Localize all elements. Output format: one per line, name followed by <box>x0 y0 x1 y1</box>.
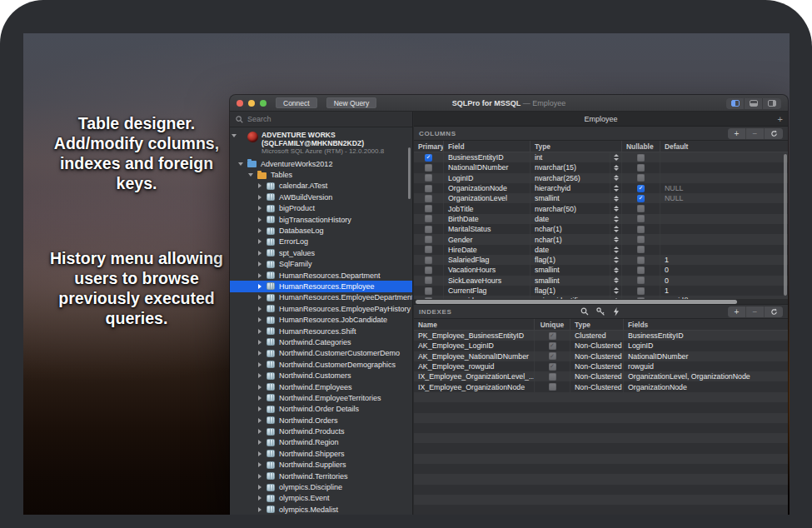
type-stepper[interactable] <box>610 162 622 172</box>
column-default[interactable] <box>660 203 788 213</box>
index-row[interactable]: IX_Employee_OrganizationLevel_...✓Non-Cl… <box>414 371 788 381</box>
unique-checkbox[interactable]: ✓ <box>549 342 556 350</box>
column-default[interactable] <box>660 245 788 255</box>
columns-horizontal-scrollbar[interactable] <box>416 300 737 304</box>
type-stepper[interactable] <box>610 203 622 213</box>
index-row[interactable]: AK_Employee_LoginID✓Non-ClusteredLoginID <box>414 341 788 351</box>
sidebar-item[interactable]: ErrorLog <box>230 237 412 247</box>
sidebar-item[interactable]: Tables <box>230 169 412 180</box>
refresh-columns-button[interactable] <box>765 128 783 139</box>
disclosure-triangle-icon[interactable] <box>258 183 262 188</box>
unique-checkbox[interactable]: ✓ <box>549 383 556 391</box>
primary-checkbox[interactable]: ✓ <box>425 164 432 172</box>
sidebar-scrollbar[interactable] <box>408 147 411 199</box>
sidebar-item[interactable]: HumanResources.Shift <box>230 326 412 336</box>
column-row[interactable]: ✓JobTitlenvarchar(50)✓ <box>414 203 788 213</box>
sidebar-item[interactable]: Northwind.Order Details <box>230 404 412 415</box>
disclosure-triangle-icon[interactable] <box>258 373 262 378</box>
column-row[interactable]: ✓LoginIDnvarchar(256)✓ <box>414 173 788 183</box>
nullable-checkbox[interactable]: ✓ <box>637 236 645 243</box>
nullable-checkbox[interactable]: ✓ <box>637 257 645 264</box>
type-stepper[interactable] <box>610 286 622 296</box>
nullable-checkbox[interactable]: ✓ <box>637 287 645 295</box>
sidebar-item[interactable]: HumanResources.Employee <box>230 281 412 291</box>
nullable-checkbox[interactable]: ✓ <box>637 205 645 212</box>
column-type[interactable]: nvarchar(256) <box>531 173 610 183</box>
type-stepper[interactable] <box>610 255 622 265</box>
primary-checkbox[interactable]: ✓ <box>425 287 432 295</box>
type-stepper[interactable] <box>610 245 622 255</box>
type-stepper[interactable] <box>610 183 622 193</box>
sidebar-item[interactable]: Northwind.Customers <box>230 370 412 381</box>
unique-checkbox[interactable]: ✓ <box>549 363 556 371</box>
column-type[interactable]: smallint <box>531 265 610 275</box>
disclosure-triangle-icon[interactable] <box>258 496 262 501</box>
disclosure-triangle-icon[interactable] <box>258 284 262 289</box>
disclosure-triangle-icon[interactable] <box>238 162 243 166</box>
zoom-button[interactable] <box>260 100 267 107</box>
column-type[interactable]: smallint <box>531 276 610 286</box>
add-column-button[interactable]: + <box>728 128 746 139</box>
disclosure-triangle-icon[interactable] <box>258 217 262 222</box>
type-stepper[interactable] <box>610 276 622 286</box>
sidebar-item[interactable]: Northwind.Categories <box>230 336 412 347</box>
layout-bottom-toggle[interactable] <box>745 98 763 109</box>
primary-checkbox[interactable]: ✓ <box>425 246 432 253</box>
column-row[interactable]: ✓MaritalStatusnchar(1)✓ <box>414 224 788 234</box>
sidebar-item[interactable]: Northwind.Territories <box>230 471 412 481</box>
sidebar-item[interactable]: olympics.Discipline <box>230 481 412 492</box>
type-stepper[interactable] <box>610 214 622 224</box>
sidebar-item[interactable]: Northwind.EmployeeTerritories <box>230 392 412 403</box>
nullable-checkbox[interactable]: ✓ <box>637 164 645 172</box>
column-row[interactable]: ✓SickLeaveHourssmallint✓0 <box>414 276 788 286</box>
disclosure-triangle-icon[interactable] <box>258 340 262 345</box>
column-type[interactable]: smallint <box>531 193 610 203</box>
sidebar-item[interactable]: HumanResources.EmployeeDepartmentHistory <box>230 292 412 303</box>
lightning-icon[interactable] <box>613 307 620 316</box>
disclosure-triangle-icon[interactable] <box>258 396 262 401</box>
sidebar-item[interactable]: DatabaseLog <box>230 225 412 236</box>
type-stepper[interactable] <box>610 234 622 244</box>
disclosure-triangle-icon[interactable] <box>258 206 262 211</box>
disclosure-triangle-icon[interactable] <box>258 262 262 266</box>
sidebar-item[interactable]: HumanResources.JobCandidate <box>230 314 412 325</box>
column-default[interactable]: NULL <box>660 183 788 193</box>
close-button[interactable] <box>237 100 243 107</box>
nullable-checkbox[interactable]: ✓ <box>637 215 645 222</box>
nullable-checkbox[interactable]: ✓ <box>637 185 645 192</box>
minimize-button[interactable] <box>248 100 255 107</box>
disclosure-triangle-icon[interactable] <box>258 195 262 200</box>
sidebar-item[interactable]: Northwind.Products <box>230 426 412 436</box>
sidebar-item[interactable]: bigTransactionHistory <box>230 214 412 225</box>
primary-checkbox[interactable]: ✓ <box>425 185 432 192</box>
column-type[interactable]: nvarchar(15) <box>531 162 610 172</box>
nullable-checkbox[interactable]: ✓ <box>637 195 645 202</box>
primary-checkbox[interactable]: ✓ <box>425 226 432 233</box>
remove-column-button[interactable]: − <box>746 128 765 139</box>
column-row[interactable]: ✓HireDatedate✓ <box>414 245 788 255</box>
refresh-indexes-button[interactable] <box>765 306 783 317</box>
index-row[interactable]: AK_Employee_rowguid✓Non-Clusteredrowguid <box>414 361 788 371</box>
disclosure-triangle-icon[interactable] <box>258 273 262 278</box>
unique-checkbox[interactable]: ✓ <box>549 373 556 381</box>
column-row[interactable]: ✓BirthDatedate✓ <box>414 214 788 224</box>
column-type[interactable]: nchar(1) <box>531 234 610 244</box>
primary-checkbox[interactable]: ✓ <box>425 236 432 243</box>
disclosure-triangle-icon[interactable] <box>258 306 262 311</box>
disclosure-triangle-icon[interactable] <box>248 173 253 177</box>
index-row[interactable]: PK_Employee_BusinessEntityID✓ClusteredBu… <box>414 331 788 341</box>
unique-checkbox[interactable]: ✓ <box>549 332 556 340</box>
nullable-checkbox[interactable]: ✓ <box>637 154 645 162</box>
disclosure-triangle-icon[interactable] <box>232 134 237 137</box>
sidebar-item[interactable]: olympics.Medalist <box>230 504 412 515</box>
sidebar-item[interactable]: spt_values <box>230 247 412 258</box>
nullable-checkbox[interactable]: ✓ <box>637 276 645 284</box>
type-stepper[interactable] <box>610 224 622 234</box>
disclosure-triangle-icon[interactable] <box>258 385 262 390</box>
layout-right-toggle[interactable] <box>763 98 781 109</box>
type-stepper[interactable] <box>610 173 622 183</box>
tab-employee[interactable]: Employee <box>414 115 788 123</box>
remove-index-button[interactable]: − <box>746 306 765 317</box>
sidebar-item[interactable]: olympics.Event <box>230 493 412 504</box>
disclosure-triangle-icon[interactable] <box>258 418 262 423</box>
